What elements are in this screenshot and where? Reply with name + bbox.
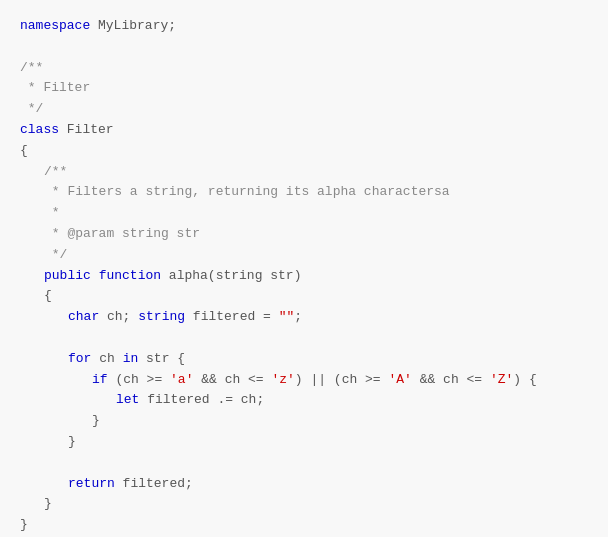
code-line: * <box>20 203 588 224</box>
code-line: { <box>20 286 588 307</box>
code-line <box>20 453 588 474</box>
code-line: } <box>20 432 588 453</box>
code-line: if (ch >= 'a' && ch <= 'z') || (ch >= 'A… <box>20 370 588 391</box>
code-line: * @param string str <box>20 224 588 245</box>
code-line: } <box>20 494 588 515</box>
code-line: namespace MyLibrary; <box>20 16 588 37</box>
code-container: namespace MyLibrary; /** * Filter */clas… <box>0 0 608 537</box>
code-line: for ch in str { <box>20 349 588 370</box>
code-line: * Filter <box>20 78 588 99</box>
code-line: */ <box>20 99 588 120</box>
code-line: { <box>20 141 588 162</box>
code-line: */ <box>20 245 588 266</box>
code-line: char ch; string filtered = ""; <box>20 307 588 328</box>
code-line <box>20 328 588 349</box>
code-line: public function alpha(string str) <box>20 266 588 287</box>
code-line: * Filters a string, returning its alpha … <box>20 182 588 203</box>
code-line: let filtered .= ch; <box>20 390 588 411</box>
code-line: /** <box>20 58 588 79</box>
code-line: return filtered; <box>20 474 588 495</box>
code-line: } <box>20 411 588 432</box>
code-line: /** <box>20 162 588 183</box>
code-line: } <box>20 515 588 536</box>
code-line: class Filter <box>20 120 588 141</box>
code-line <box>20 37 588 58</box>
